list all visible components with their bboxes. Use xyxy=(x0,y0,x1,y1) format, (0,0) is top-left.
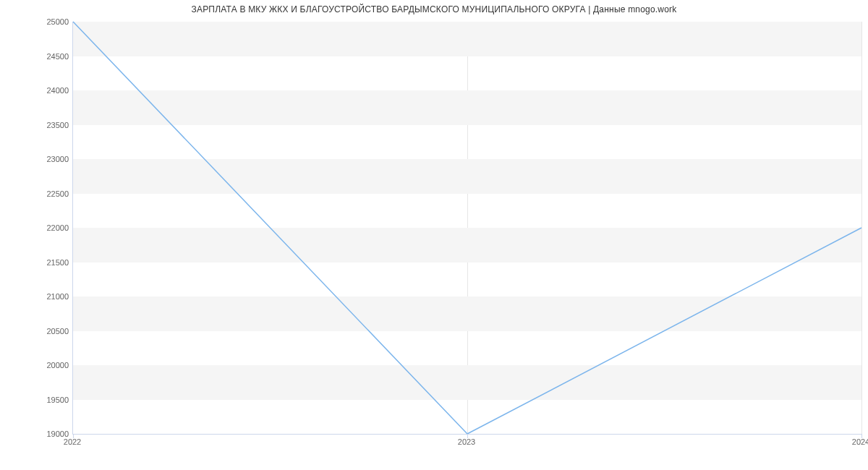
y-tick-label: 24000 xyxy=(25,86,69,95)
x-tick-label: 2023 xyxy=(458,437,475,446)
x-gridline xyxy=(861,22,862,434)
x-tick-label: 2022 xyxy=(64,437,81,446)
y-tick-label: 23500 xyxy=(25,121,69,129)
y-tick-label: 22500 xyxy=(25,189,69,198)
y-tick-label: 20500 xyxy=(25,327,69,336)
y-tick-label: 19500 xyxy=(25,396,69,404)
y-tick-label: 24500 xyxy=(25,52,69,61)
y-tick-label: 19000 xyxy=(25,430,69,438)
chart-container: ЗАРПЛАТА В МКУ ЖКХ И БЛАГОУСТРОЙСТВО БАР… xyxy=(0,0,868,470)
chart-title: ЗАРПЛАТА В МКУ ЖКХ И БЛАГОУСТРОЙСТВО БАР… xyxy=(0,4,868,14)
y-tick-label: 20000 xyxy=(25,361,69,369)
y-tick-label: 25000 xyxy=(25,17,69,26)
x-tick-label: 2024 xyxy=(852,437,868,446)
y-tick-label: 22000 xyxy=(25,223,69,232)
plot-area xyxy=(72,22,861,435)
y-tick-label: 21000 xyxy=(25,292,69,301)
series-line xyxy=(73,22,861,434)
y-tick-label: 23000 xyxy=(25,155,69,163)
y-tick-label: 21500 xyxy=(25,258,69,267)
line-series xyxy=(73,22,861,434)
